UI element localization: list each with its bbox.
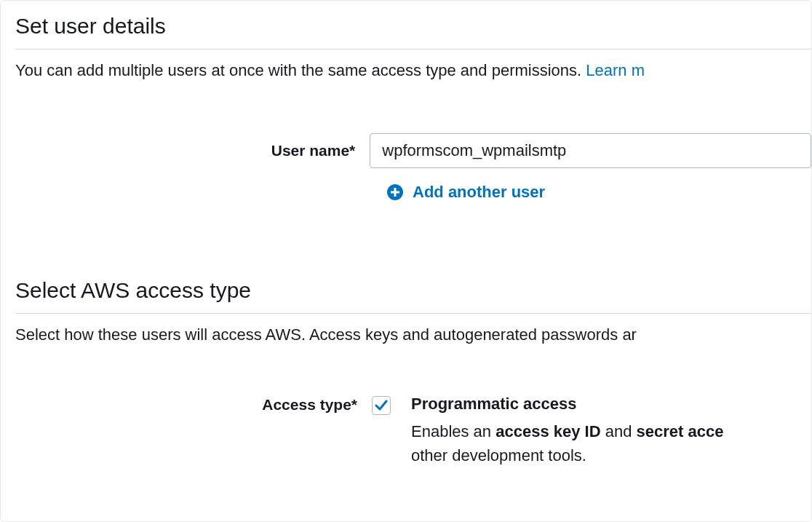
programmatic-access-checkbox[interactable] <box>372 396 391 415</box>
plus-circle-icon <box>386 183 404 201</box>
section-description-access-type: Select how these users will access AWS. … <box>15 324 811 347</box>
section-title-user-details: Set user details <box>15 14 811 39</box>
section-divider <box>15 49 811 50</box>
username-label: User name* <box>15 142 370 159</box>
add-another-user-button[interactable]: Add another user <box>386 183 811 202</box>
section-title-access-type: Select AWS access type <box>15 278 811 303</box>
username-row: User name* <box>15 133 811 168</box>
access-type-row: Access type* Programmatic access Enables… <box>15 395 811 467</box>
section-description-user-details: You can add multiple users at once with … <box>15 60 811 82</box>
programmatic-access-content: Programmatic access Enables an access ke… <box>411 395 723 467</box>
svg-rect-2 <box>394 188 397 197</box>
add-another-user-label: Add another user <box>413 183 545 202</box>
programmatic-access-option: Programmatic access Enables an access ke… <box>372 395 723 467</box>
checkmark-icon <box>375 399 388 412</box>
username-input[interactable] <box>370 133 811 168</box>
access-type-label: Access type* <box>15 395 372 414</box>
set-user-details-section: Set user details You can add multiple us… <box>15 14 811 202</box>
programmatic-access-description: Enables an access key ID and secret acce… <box>411 419 723 467</box>
section-divider <box>15 313 811 314</box>
programmatic-access-title: Programmatic access <box>411 395 723 414</box>
learn-more-link[interactable]: Learn m <box>586 61 645 79</box>
select-access-type-section: Select AWS access type Select how these … <box>15 278 811 467</box>
description-text: You can add multiple users at once with … <box>15 61 586 79</box>
